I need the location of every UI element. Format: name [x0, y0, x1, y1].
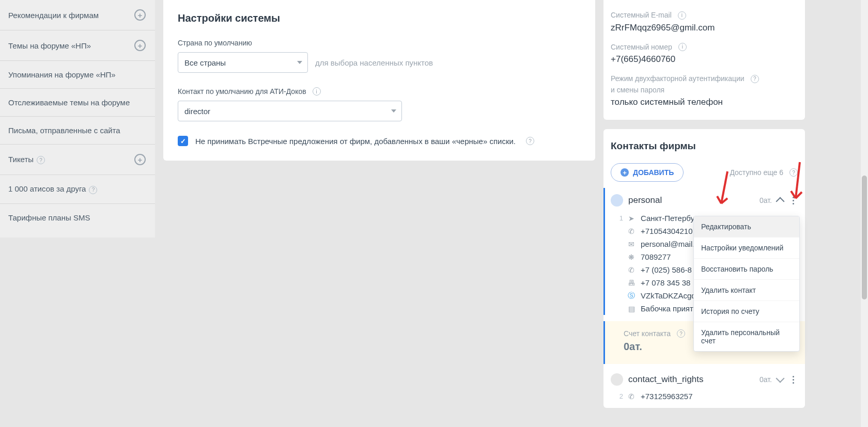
sidebar-item-mentions[interactable]: Упоминания на форуме «НП» — [0, 61, 155, 89]
blacklist-checkbox-label: Не принимать Встречные предложения от фи… — [195, 137, 516, 146]
help-icon[interactable]: ? — [89, 186, 97, 194]
blacklist-checkbox[interactable]: ✓ — [178, 136, 188, 146]
system-phone-value: +7(665)4660760 — [611, 54, 798, 65]
select-value: director — [184, 107, 210, 116]
sidebar-item-tickets[interactable]: Тикеты? + — [0, 145, 155, 175]
sidebar-item-watched-topics[interactable]: Отслеживаемые темы на форуме — [0, 89, 155, 117]
fax-icon: 🖷 — [627, 279, 636, 287]
sidebar-item-sms-plans[interactable]: Тарифные планы SMS — [0, 204, 155, 231]
sidebar-item-label: Рекомендации к фирмам — [8, 11, 99, 20]
note-icon: ▤ — [627, 305, 636, 313]
contact-actions-dropdown: Редактировать Настройки уведомлений Восс… — [693, 216, 800, 352]
twofa-value: только системный телефон — [611, 97, 798, 107]
plus-icon[interactable]: + — [134, 9, 146, 21]
help-icon[interactable]: ? — [751, 75, 759, 83]
skype-icon: Ⓢ — [627, 292, 636, 300]
account-value: 0ат. — [624, 341, 685, 353]
info-icon[interactable]: i — [678, 43, 687, 51]
dropdown-item-delete-contact[interactable]: Удалить контакт — [694, 280, 799, 301]
dropdown-item-edit[interactable]: Редактировать — [694, 216, 799, 238]
chevron-down-icon[interactable] — [776, 374, 785, 383]
sidebar-item-label: Темы на форуме «НП» — [8, 41, 91, 50]
system-info-card: Системный E-maili zRrFMqqz6965@gmil.com … — [603, 0, 805, 120]
account-label: Счет контакта? — [624, 329, 685, 338]
info-icon[interactable]: i — [678, 11, 686, 20]
default-country-select[interactable]: Все страны — [178, 52, 308, 73]
add-contact-button[interactable]: + ДОБАВИТЬ — [611, 163, 684, 182]
add-button-label: ДОБАВИТЬ — [633, 168, 674, 177]
chevron-down-icon — [391, 109, 396, 113]
icq-icon: ❋ — [627, 253, 636, 261]
chevron-up-icon[interactable] — [776, 197, 785, 206]
avatar — [611, 373, 623, 386]
page-title: Настройки системы — [178, 12, 581, 24]
plus-icon: + — [621, 168, 629, 177]
system-phone-label: Системный номерi — [611, 42, 798, 53]
location-icon: ➤ — [627, 214, 636, 223]
twofa-label: Режим двухфакторной аутентификации? — [611, 74, 798, 84]
system-email-value: zRrFMqqz6965@gmil.com — [611, 23, 798, 33]
contact-block-secondary: contact_with_rights 0ат. 2 ✆ +7312596325… — [611, 364, 798, 408]
sidebar: Рекомендации к фирмам + Темы на форуме «… — [0, 0, 155, 238]
sidebar-item-label: 1 000 атисов за друга — [8, 184, 86, 193]
chevron-down-icon — [297, 61, 302, 64]
sidebar-item-label: Отслеживаемые темы на форуме — [8, 98, 130, 107]
default-country-label: Страна по умолчанию — [178, 39, 581, 47]
help-icon[interactable]: ? — [37, 156, 45, 164]
sidebar-item-letters[interactable]: Письма, отправленные с сайта — [0, 117, 155, 145]
default-country-hint: для выбора населенных пунктов — [315, 58, 433, 67]
available-slots: Доступно еще 6 ? — [730, 168, 798, 177]
mail-icon: ✉ — [627, 240, 636, 248]
help-icon[interactable]: ? — [677, 329, 685, 338]
sidebar-item-label: Тарифные планы SMS — [8, 213, 90, 222]
select-value: Все страны — [184, 58, 226, 67]
system-settings-card: Настройки системы Страна по умолчанию Вс… — [163, 0, 595, 161]
contact-phone-row: 2 ✆ +73125963257 — [613, 390, 798, 403]
sidebar-item-atis-bonus[interactable]: 1 000 атисов за друга? — [0, 175, 155, 204]
twofa-label-2: и смены пароля — [611, 85, 798, 96]
annotation-arrow-icon — [789, 161, 804, 205]
default-contact-label: Контакт по умолчанию для АТИ-Доков i — [178, 87, 581, 96]
kebab-menu-button[interactable] — [788, 376, 798, 384]
sidebar-item-label: Упоминания на форуме «НП» — [8, 70, 116, 79]
default-contact-select[interactable]: director — [178, 101, 402, 121]
sidebar-item-forum-topics[interactable]: Темы на форуме «НП» + — [0, 30, 155, 61]
phone-icon: ✆ — [627, 227, 636, 235]
info-icon[interactable]: i — [313, 87, 321, 96]
contact-name: contact_with_rights — [628, 374, 754, 385]
dropdown-item-delete-account[interactable]: Удалить персональный счет — [694, 322, 799, 351]
system-email-label: Системный E-maili — [611, 10, 798, 21]
contact-name: personal — [628, 195, 754, 205]
sidebar-item-label: Письма, отправленные с сайта — [8, 126, 120, 135]
dropdown-item-restore-password[interactable]: Восстановить пароль — [694, 259, 799, 280]
plus-icon[interactable]: + — [134, 40, 146, 51]
scrollbar-track[interactable] — [861, 0, 868, 427]
sidebar-item-recommendations[interactable]: Рекомендации к фирмам + — [0, 0, 155, 30]
sidebar-item-label: Тикеты — [8, 155, 34, 164]
scrollbar-thumb[interactable] — [862, 176, 867, 299]
help-icon[interactable]: ? — [526, 137, 534, 145]
phone-icon: ✆ — [627, 266, 636, 274]
avatar — [611, 194, 623, 207]
annotation-arrow-icon — [716, 170, 732, 211]
dropdown-item-account-history[interactable]: История по счету — [694, 301, 799, 322]
contact-balance: 0ат. — [760, 375, 772, 384]
plus-icon[interactable]: + — [134, 154, 146, 165]
contacts-title: Контакты фирмы — [611, 140, 798, 152]
dropdown-item-notifications[interactable]: Настройки уведомлений — [694, 238, 799, 259]
phone-icon: ✆ — [627, 392, 636, 401]
contact-balance: 0ат. — [760, 196, 772, 204]
